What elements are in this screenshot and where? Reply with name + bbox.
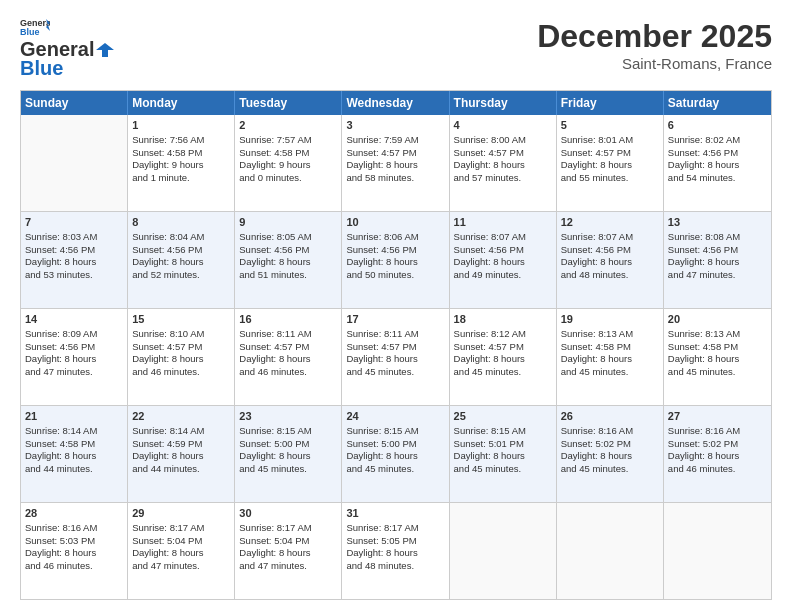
day-info: Daylight: 8 hours — [132, 353, 230, 366]
calendar-cell: 28Sunrise: 8:16 AMSunset: 5:03 PMDayligh… — [21, 503, 128, 599]
day-info: Sunset: 4:56 PM — [132, 244, 230, 257]
day-info: and 45 minutes. — [346, 366, 444, 379]
day-number: 26 — [561, 409, 659, 424]
day-info: Daylight: 8 hours — [668, 353, 767, 366]
day-info: Daylight: 8 hours — [239, 547, 337, 560]
day-info: Daylight: 8 hours — [668, 159, 767, 172]
day-info: Sunset: 4:57 PM — [346, 147, 444, 160]
day-info: and 44 minutes. — [25, 463, 123, 476]
day-info: Sunset: 5:00 PM — [346, 438, 444, 451]
day-info: Daylight: 8 hours — [132, 450, 230, 463]
day-number: 15 — [132, 312, 230, 327]
day-info: and 53 minutes. — [25, 269, 123, 282]
day-info: Daylight: 8 hours — [239, 450, 337, 463]
day-info: Sunrise: 8:10 AM — [132, 328, 230, 341]
day-info: Sunrise: 8:07 AM — [454, 231, 552, 244]
day-number: 31 — [346, 506, 444, 521]
day-info: Sunrise: 8:12 AM — [454, 328, 552, 341]
day-info: Daylight: 8 hours — [239, 256, 337, 269]
day-info: and 46 minutes. — [668, 463, 767, 476]
cal-header-day: Monday — [128, 91, 235, 115]
day-number: 4 — [454, 118, 552, 133]
day-info: Sunrise: 8:11 AM — [346, 328, 444, 341]
day-info: Sunset: 4:57 PM — [132, 341, 230, 354]
day-info: Daylight: 8 hours — [25, 353, 123, 366]
day-info: Sunset: 4:56 PM — [561, 244, 659, 257]
day-number: 8 — [132, 215, 230, 230]
day-info: and 47 minutes. — [25, 366, 123, 379]
calendar-cell: 22Sunrise: 8:14 AMSunset: 4:59 PMDayligh… — [128, 406, 235, 502]
day-number: 13 — [668, 215, 767, 230]
calendar-cell: 14Sunrise: 8:09 AMSunset: 4:56 PMDayligh… — [21, 309, 128, 405]
calendar-cell: 10Sunrise: 8:06 AMSunset: 4:56 PMDayligh… — [342, 212, 449, 308]
day-info: Daylight: 8 hours — [454, 450, 552, 463]
day-info: Daylight: 8 hours — [132, 547, 230, 560]
day-info: and 46 minutes. — [239, 366, 337, 379]
day-info: Sunset: 4:56 PM — [668, 244, 767, 257]
day-info: and 48 minutes. — [561, 269, 659, 282]
day-number: 22 — [132, 409, 230, 424]
day-info: and 48 minutes. — [346, 560, 444, 573]
day-info: Sunrise: 8:15 AM — [454, 425, 552, 438]
day-info: Daylight: 8 hours — [561, 353, 659, 366]
calendar: SundayMondayTuesdayWednesdayThursdayFrid… — [20, 90, 772, 600]
day-info: and 54 minutes. — [668, 172, 767, 185]
day-info: Daylight: 8 hours — [346, 450, 444, 463]
calendar-row: 21Sunrise: 8:14 AMSunset: 4:58 PMDayligh… — [21, 406, 771, 503]
day-info: Daylight: 9 hours — [239, 159, 337, 172]
calendar-cell: 6Sunrise: 8:02 AMSunset: 4:56 PMDaylight… — [664, 115, 771, 211]
calendar-row: 28Sunrise: 8:16 AMSunset: 5:03 PMDayligh… — [21, 503, 771, 599]
calendar-cell: 8Sunrise: 8:04 AMSunset: 4:56 PMDaylight… — [128, 212, 235, 308]
day-info: Sunrise: 8:03 AM — [25, 231, 123, 244]
day-number: 7 — [25, 215, 123, 230]
day-info: Sunset: 4:58 PM — [132, 147, 230, 160]
day-info: and 45 minutes. — [346, 463, 444, 476]
day-info: Sunrise: 7:57 AM — [239, 134, 337, 147]
day-info: and 1 minute. — [132, 172, 230, 185]
calendar-cell: 23Sunrise: 8:15 AMSunset: 5:00 PMDayligh… — [235, 406, 342, 502]
day-info: Daylight: 9 hours — [132, 159, 230, 172]
day-info: Sunset: 5:04 PM — [239, 535, 337, 548]
day-number: 11 — [454, 215, 552, 230]
day-info: and 51 minutes. — [239, 269, 337, 282]
day-info: Daylight: 8 hours — [561, 159, 659, 172]
day-number: 17 — [346, 312, 444, 327]
day-info: Sunrise: 8:13 AM — [561, 328, 659, 341]
day-info: Daylight: 8 hours — [346, 159, 444, 172]
calendar-cell: 11Sunrise: 8:07 AMSunset: 4:56 PMDayligh… — [450, 212, 557, 308]
day-info: Sunrise: 8:07 AM — [561, 231, 659, 244]
day-info: and 47 minutes. — [668, 269, 767, 282]
calendar-cell: 9Sunrise: 8:05 AMSunset: 4:56 PMDaylight… — [235, 212, 342, 308]
day-info: Daylight: 8 hours — [454, 159, 552, 172]
calendar-cell: 21Sunrise: 8:14 AMSunset: 4:58 PMDayligh… — [21, 406, 128, 502]
day-number: 10 — [346, 215, 444, 230]
svg-marker-3 — [96, 43, 114, 57]
day-number: 5 — [561, 118, 659, 133]
day-info: Sunrise: 8:00 AM — [454, 134, 552, 147]
title-block: December 2025 Saint-Romans, France — [537, 18, 772, 72]
day-info: Sunset: 5:03 PM — [25, 535, 123, 548]
day-info: Sunset: 4:56 PM — [25, 341, 123, 354]
logo-bird-icon — [94, 39, 116, 61]
day-number: 27 — [668, 409, 767, 424]
svg-text:Blue: Blue — [20, 27, 40, 36]
day-info: Daylight: 8 hours — [25, 450, 123, 463]
day-info: and 45 minutes. — [454, 463, 552, 476]
cal-header-day: Friday — [557, 91, 664, 115]
day-info: Daylight: 8 hours — [346, 547, 444, 560]
day-number: 23 — [239, 409, 337, 424]
header: General Blue General Blue December 2025 … — [20, 18, 772, 80]
day-info: Sunrise: 8:15 AM — [239, 425, 337, 438]
calendar-cell — [557, 503, 664, 599]
day-number: 12 — [561, 215, 659, 230]
logo: General Blue General Blue — [20, 18, 116, 80]
day-info: Sunset: 4:56 PM — [668, 147, 767, 160]
day-number: 14 — [25, 312, 123, 327]
calendar-cell: 20Sunrise: 8:13 AMSunset: 4:58 PMDayligh… — [664, 309, 771, 405]
day-number: 19 — [561, 312, 659, 327]
day-info: Daylight: 8 hours — [454, 353, 552, 366]
day-info: Sunset: 4:56 PM — [25, 244, 123, 257]
day-number: 25 — [454, 409, 552, 424]
day-info: Sunrise: 8:06 AM — [346, 231, 444, 244]
day-info: Sunset: 4:58 PM — [668, 341, 767, 354]
